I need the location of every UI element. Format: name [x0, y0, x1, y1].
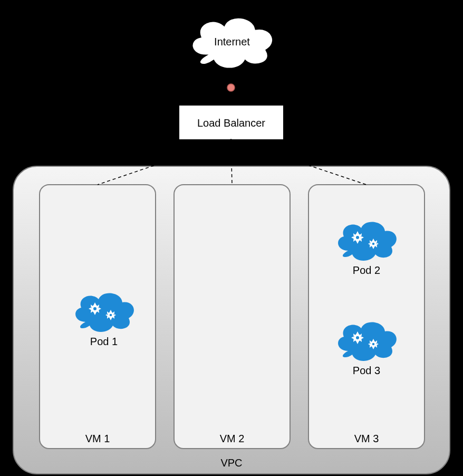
pod-3-label: Pod 3 [332, 365, 401, 377]
vm-2 [174, 185, 290, 449]
vm-1-label: VM 1 [40, 433, 156, 445]
diagram-svg [0, 0, 463, 476]
internet-label: Internet [208, 36, 256, 48]
diagram-canvas: { "internet": { "label": "Internet" }, "… [0, 0, 463, 476]
pod-2-label: Pod 2 [332, 264, 401, 277]
pod-1-label: Pod 1 [70, 336, 138, 348]
vpc-label: VPC [13, 457, 450, 469]
connector-dot-icon [227, 84, 235, 91]
load-balancer-label: Load Balancer [179, 117, 283, 129]
vm-3-label: VM 3 [308, 433, 425, 445]
vm-2-label: VM 2 [174, 433, 290, 445]
